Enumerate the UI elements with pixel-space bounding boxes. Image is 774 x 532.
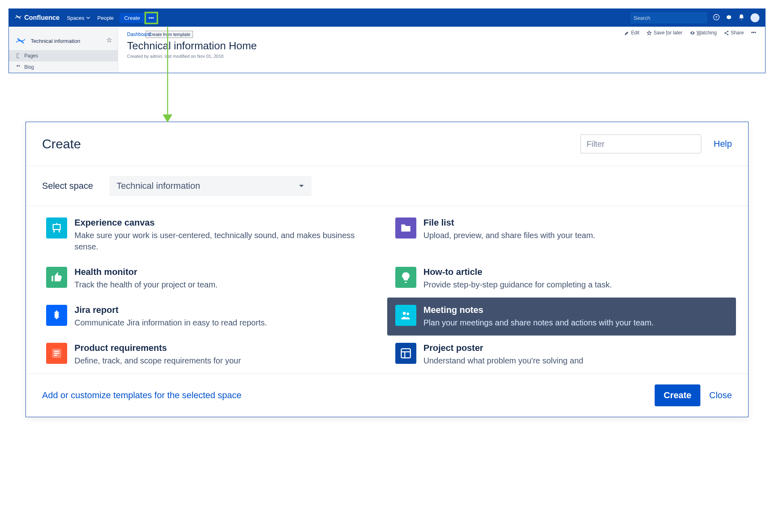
template-desc: Track the health of your project or team…	[74, 279, 379, 290]
template-desc: Upload, preview, and share files with yo…	[424, 230, 728, 241]
help-link[interactable]: Help	[714, 139, 732, 149]
template-item-experience-canvas[interactable]: Experience canvasMake sure your work is …	[38, 210, 387, 260]
nav-people[interactable]: People	[98, 15, 114, 21]
filter-input[interactable]	[580, 134, 702, 154]
customize-templates-link[interactable]: Add or customize templates for the selec…	[42, 390, 655, 401]
confluence-panel: Confluence Spaces People Create ••• Crea…	[8, 8, 766, 73]
svg-text:?: ?	[715, 15, 718, 19]
template-desc: Define, track, and scope requirements fo…	[74, 355, 379, 366]
search-input[interactable]	[634, 15, 704, 21]
template-title: Health monitor	[74, 267, 379, 277]
template-item-project-poster[interactable]: Project posterUnderstand what problem yo…	[387, 336, 736, 374]
close-button[interactable]: Close	[709, 390, 732, 401]
more-actions[interactable]: •••	[751, 30, 756, 36]
svg-rect-10	[53, 224, 60, 230]
template-title: How-to article	[424, 267, 728, 277]
folder-icon	[395, 217, 416, 239]
layout-icon	[395, 343, 416, 364]
template-title: Meeting notes	[424, 305, 728, 315]
dialog-footer: Add or customize templates for the selec…	[26, 374, 748, 417]
watch-action[interactable]: Watching	[690, 30, 717, 36]
top-nav: Confluence Spaces People Create ••• Crea…	[9, 9, 765, 27]
sidebar: Technical information Pages Blog	[9, 27, 118, 73]
template-desc: Provide step-by-step guidance for comple…	[424, 279, 728, 290]
sidebar-item-blog[interactable]: Blog	[9, 61, 118, 73]
space-select-dropdown[interactable]: Technical information	[109, 176, 312, 196]
dialog-header: Create Help	[26, 122, 748, 166]
template-item-file-list[interactable]: File listUpload, preview, and share file…	[387, 210, 736, 260]
bulb-icon	[395, 267, 416, 288]
chevron-down-icon	[86, 15, 90, 21]
template-item-howto[interactable]: How-to articleProvide step-by-step guida…	[387, 260, 736, 298]
avatar[interactable]	[751, 13, 759, 22]
people-icon	[395, 305, 416, 326]
templates-grid[interactable]: Experience canvasMake sure your work is …	[26, 206, 748, 374]
brand-name: Confluence	[24, 14, 59, 21]
confluence-icon	[15, 13, 22, 22]
share-action[interactable]: Share	[724, 30, 744, 36]
list-icon	[46, 343, 67, 364]
template-desc: Make sure your work is user-centered, te…	[74, 230, 379, 252]
template-item-health-monitor[interactable]: Health monitorTrack the health of your p…	[38, 260, 387, 298]
svg-line-7	[726, 32, 727, 33]
space-logo-icon	[15, 35, 27, 47]
gear-icon[interactable]	[725, 14, 732, 22]
svg-point-15	[406, 312, 409, 315]
template-desc: Plan your meetings and share notes and a…	[424, 317, 728, 328]
arrowhead-annotation	[163, 113, 172, 122]
main-content: Edit Save for later Watching Share •••	[118, 27, 765, 73]
template-title: Jira report	[74, 305, 379, 315]
template-title: Product requirements	[74, 343, 379, 353]
template-desc: Understand what problem you're solving a…	[424, 355, 728, 366]
page-title: Technical information Home	[127, 40, 756, 52]
create-from-template-button[interactable]: ••• Create from template	[146, 13, 157, 23]
create-button[interactable]: Create	[119, 13, 145, 23]
svg-line-8	[726, 33, 727, 34]
nav-spaces[interactable]: Spaces	[67, 15, 90, 21]
sidebar-item-pages[interactable]: Pages	[9, 50, 118, 61]
create-confirm-button[interactable]: Create	[655, 384, 700, 406]
ellipsis-icon: •••	[148, 15, 154, 21]
caret-down-icon	[299, 181, 304, 191]
space-select-row: Select space Technical information	[26, 166, 748, 206]
template-title: Experience canvas	[74, 217, 379, 228]
select-space-label: Select space	[42, 181, 93, 191]
help-icon[interactable]: ?	[713, 14, 720, 22]
edit-action[interactable]: Edit	[624, 30, 640, 36]
notification-icon[interactable]	[738, 14, 745, 22]
template-title: File list	[424, 217, 728, 228]
dialog-title: Create	[42, 137, 580, 152]
svg-rect-20	[401, 349, 410, 358]
space-header[interactable]: Technical information	[9, 32, 118, 50]
page-meta: Created by admin, last modified on Nov 0…	[127, 54, 756, 59]
template-title: Project poster	[424, 343, 728, 353]
search-box[interactable]	[630, 12, 707, 23]
jira-icon	[46, 305, 67, 326]
create-dialog: Create Help Select space Technical infor…	[25, 122, 749, 417]
template-desc: Communicate Jira information in easy to …	[74, 317, 379, 328]
easel-icon	[46, 217, 67, 239]
page-actions: Edit Save for later Watching Share •••	[624, 30, 756, 36]
brand-logo[interactable]: Confluence	[15, 13, 59, 22]
template-item-jira-report[interactable]: Jira reportCommunicate Jira information …	[38, 298, 387, 336]
template-item-product-req[interactable]: Product requirementsDefine, track, and s…	[38, 336, 387, 374]
template-item-meeting-notes[interactable]: Meeting notesPlan your meetings and shar…	[387, 298, 736, 336]
save-action[interactable]: Save for later	[647, 30, 682, 36]
thumb-icon	[46, 267, 67, 288]
star-icon[interactable]	[106, 37, 112, 44]
space-name: Technical information	[31, 38, 102, 44]
svg-point-14	[403, 312, 406, 315]
